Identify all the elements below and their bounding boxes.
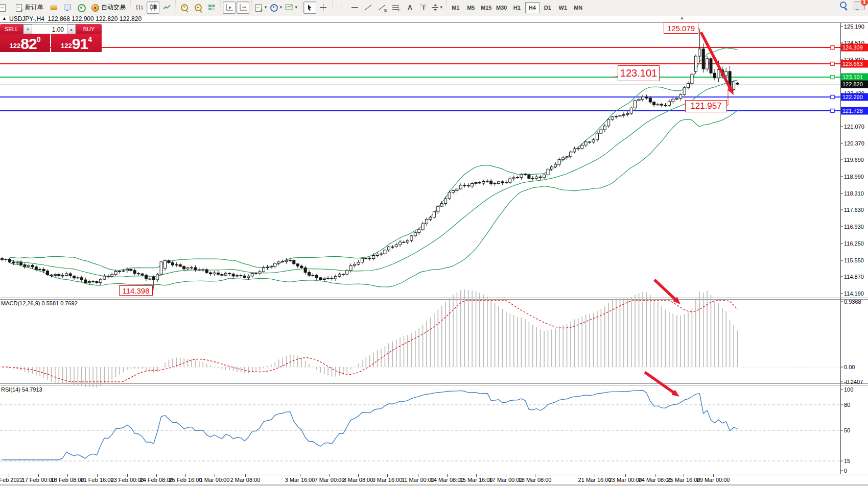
line-chart-button[interactable] [160,2,173,14]
price-tick: 116.930 [844,224,864,230]
price-badge: 123.663 [841,60,868,68]
label-button[interactable]: T [417,2,430,14]
timeframe-m1[interactable]: M1 [449,2,463,13]
time-label[interactable]: 21 Feb 16:00 [81,477,114,483]
price-tick: 117.630 [844,207,864,213]
partial-icon [3,4,11,12]
time-label[interactable]: 17 Feb 00:00 [22,477,55,483]
history-center-button[interactable] [47,2,60,14]
zoom-out-button[interactable]: − [192,2,204,14]
arrows-icon [432,4,438,11]
trendline-button[interactable] [362,2,375,14]
vertical-line-button[interactable] [335,2,347,14]
caret-down-icon: ▼ [439,5,443,10]
chart-list-marker-icon: ▲ [2,16,7,21]
macd-label: MACD(12,26,9) 0.5581 0.7692 [1,300,78,306]
indicators-icon: + [254,4,263,12]
monitor-icon [63,4,72,12]
auto-scroll-button[interactable] [223,2,236,14]
timeframe-mn[interactable]: MN [571,2,585,13]
timeframe-h4[interactable]: H4 [525,2,539,13]
buy-price-button[interactable]: 122914 [51,34,102,52]
sell-price-button[interactable]: 122820 [0,34,50,52]
templates-button[interactable]: ▼ [285,2,299,14]
timeframe-m5[interactable]: M5 [464,2,478,13]
sell-price-main: 82 [20,36,36,52]
time-label[interactable]: 29 Mar 00:00 [697,477,730,483]
time-label[interactable]: 23 Mar 00:00 [609,477,642,483]
time-label[interactable]: 5 Feb 2022 [0,477,23,483]
chart-canvas[interactable] [0,0,868,486]
chart-shift-button[interactable] [237,2,249,14]
zoom-out-icon: − [194,4,202,12]
bar-chart-button[interactable] [133,2,146,14]
time-label[interactable]: 8 Mar 08:00 [343,477,373,483]
crosshair-icon [319,4,327,12]
sell-button[interactable]: SELL [0,24,23,34]
timeframe-d1[interactable]: D1 [541,2,555,13]
volume-decrease-button[interactable]: ▼ [24,25,32,34]
price-badge: 123.101 [841,74,868,81]
time-label[interactable]: 23 Feb 00:00 [111,477,144,483]
horizontal-line-button[interactable] [348,2,361,14]
caret-down-icon: ▼ [294,5,298,10]
time-label[interactable]: 21 Mar 16:00 [578,477,612,483]
vertical-line-icon [341,4,341,11]
time-label[interactable]: 17 Mar 00:00 [489,477,523,483]
volume-stepper: ▼ 1.00 ▲ [23,24,76,35]
autotrade-label: 自动交易 [101,3,126,12]
candlestick-button[interactable] [147,2,159,14]
notifications-icon[interactable]: 1 [854,1,865,10]
volume-increase-button[interactable]: ▲ [67,25,76,34]
time-label[interactable]: 2 Mar 08:00 [230,477,261,483]
chart-shift-marker-icon[interactable]: ▲ [679,15,685,20]
time-label[interactable]: 14 Mar 08:00 [431,477,464,483]
price-tick: 118.990 [844,174,864,180]
template-icon [285,4,293,11]
cursor-button[interactable] [303,2,316,14]
timeframe-h1[interactable]: H1 [510,2,524,13]
rsi-label: RSI(14) 54.7913 [1,386,42,393]
time-label[interactable]: 25 Feb 16:00 [169,477,202,483]
search-icon[interactable] [839,1,849,10]
chart-title: USDJPY-,H4 122.868 122.900 122.820 122.8… [9,15,142,22]
price-tick: 114.870 [844,274,864,280]
signals-button[interactable] [75,2,87,14]
chart-title-row: ▲ USDJPY-,H4 122.868 122.900 122.820 122… [0,15,868,22]
time-label[interactable]: 3 Mar 16:00 [285,477,315,483]
autotrade-button[interactable]: 自动交易 [88,2,128,14]
periods-button[interactable]: ▼ [269,2,284,14]
timeframe-m15[interactable]: M15 [479,2,494,13]
fibonacci-button[interactable]: F [390,2,403,14]
crosshair-button[interactable] [317,2,330,14]
clipped-icon[interactable] [2,2,11,14]
price-annotation[interactable]: 114.398 [119,285,153,296]
price-annotation[interactable]: 121.957 [685,100,727,112]
tile-windows-button[interactable] [205,2,218,14]
time-label[interactable]: 15 Mar 16:00 [460,477,493,483]
time-label[interactable]: 25 Mar 16:00 [667,477,700,483]
time-label[interactable]: 18 Mar 08:00 [519,477,552,483]
rsi-tick: 80 [844,402,850,408]
price-badge: 122.820 [841,81,868,88]
time-label[interactable]: 18 Feb 08:00 [51,477,84,483]
time-label[interactable]: 24 Feb 08:00 [140,477,173,483]
timeframe-w1[interactable]: W1 [556,2,570,13]
arrows-button[interactable]: ▼ [431,2,444,14]
time-label[interactable]: 11 Mar 00:00 [402,477,434,483]
time-label[interactable]: 7 Mar 00:00 [315,477,345,483]
zoom-in-button[interactable]: + [178,2,191,14]
text-button[interactable]: A [404,2,416,14]
text-icon: A [408,4,412,11]
time-label[interactable]: 9 Mar 16:00 [372,477,403,483]
channel-button[interactable]: E [376,2,389,14]
new-order-button[interactable]: + 新订单 [12,2,46,14]
time-label[interactable]: 1 Mar 00:00 [200,477,230,483]
timeframe-m30[interactable]: M30 [495,2,509,13]
candlestick-icon [149,4,157,11]
price-annotation[interactable]: 125.079 [664,22,698,34]
indicators-button[interactable]: +▼ [254,2,268,14]
terminal-button[interactable] [61,2,74,14]
price-annotation[interactable]: 123.101 [618,65,660,81]
timeframe-group: M1M5M15M30H1H4D1W1MN [446,1,588,14]
